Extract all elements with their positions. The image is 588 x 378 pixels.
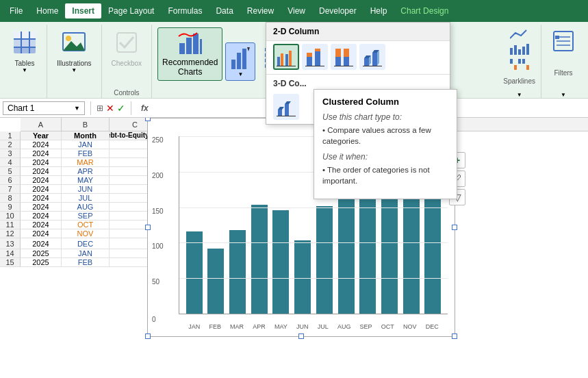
svg-marker-69: [285, 101, 291, 104]
tooltip-use-text: • Compare values across a few categories…: [322, 125, 448, 147]
filters-slicer-button[interactable]: [547, 27, 580, 55]
sparklines-line-button[interactable]: [507, 27, 532, 41]
sparklines-winloss-button[interactable]: [507, 58, 532, 71]
clustered-column-icon[interactable]: [273, 44, 299, 70]
menu-file[interactable]: File: [3, 3, 29, 18]
cell-b2[interactable]: JAN: [62, 140, 110, 149]
svg-rect-47: [289, 51, 292, 66]
x-label-may: MAY: [274, 323, 287, 330]
svg-rect-52: [315, 49, 320, 51]
fx-label: fx: [137, 103, 153, 113]
chart-2d-icons: [266, 41, 450, 74]
ribbon-group-illustrations: Illustrations ▼: [47, 25, 102, 98]
sparklines-column-button[interactable]: [507, 42, 532, 56]
chart-handle-mr[interactable]: [452, 225, 457, 230]
svg-rect-46: [285, 54, 288, 66]
ribbon-group-controls: Checkbox Controls: [102, 25, 152, 98]
threed-clustered-icon[interactable]: [273, 94, 299, 120]
svg-rect-37: [522, 59, 525, 64]
svg-rect-34: [510, 59, 513, 64]
chart-handle-bl[interactable]: [145, 333, 151, 339]
svg-rect-20: [242, 49, 246, 69]
menu-help[interactable]: Help: [363, 3, 394, 18]
x-label-feb: FEB: [209, 323, 221, 330]
menu-data[interactable]: Data: [209, 3, 240, 18]
filters-dropdown: ▼: [561, 92, 566, 98]
bar-jan: [186, 231, 203, 314]
svg-rect-6: [30, 40, 36, 47]
svg-rect-29: [510, 48, 513, 55]
bar-may: [272, 210, 289, 314]
menu-formulas[interactable]: Formulas: [161, 3, 209, 18]
svg-rect-16: [193, 34, 199, 54]
svg-rect-14: [179, 43, 185, 54]
tables-label: Tables: [15, 60, 35, 67]
cell-b3[interactable]: FEB: [62, 149, 110, 158]
x-label-sep: SEP: [360, 323, 372, 330]
chart-handle-br[interactable]: [452, 333, 457, 339]
svg-rect-17: [200, 39, 202, 54]
tables-dropdown-icon: ▼: [22, 67, 27, 73]
menu-view[interactable]: View: [281, 3, 312, 18]
cancel-icon[interactable]: ✕: [106, 103, 114, 114]
stacked100-column-icon[interactable]: [331, 44, 357, 70]
x-label-oct: OCT: [381, 323, 394, 330]
x-label-mar: MAR: [230, 323, 244, 330]
svg-rect-30: [514, 45, 517, 55]
tooltip-use-section: Use this chart type to:: [322, 112, 448, 122]
chart-handle-tl[interactable]: [145, 118, 151, 121]
svg-rect-4: [14, 40, 21, 47]
x-label-nov: NOV: [403, 323, 417, 330]
menu-home[interactable]: Home: [29, 3, 65, 18]
tooltip-when-section: Use it when:: [322, 152, 448, 162]
svg-point-11: [66, 36, 71, 41]
y-label-0: 0: [152, 316, 156, 323]
menu-developer[interactable]: Developer: [312, 3, 363, 18]
sheet-area: A B C D J K 1 Year Month Debt-to-Equity …: [0, 118, 588, 378]
menu-review[interactable]: Review: [240, 3, 281, 18]
illustrations-button[interactable]: Illustrations ▼: [53, 27, 96, 76]
stacked-column-icon[interactable]: [302, 44, 328, 70]
svg-rect-2: [22, 32, 29, 38]
svg-rect-36: [518, 59, 521, 64]
menu-insert[interactable]: Insert: [65, 3, 101, 18]
svg-rect-18: [231, 60, 235, 69]
svg-rect-57: [344, 49, 349, 57]
x-label-jul: JUL: [318, 323, 329, 330]
svg-rect-8: [22, 48, 29, 53]
cell-a1[interactable]: Year: [21, 131, 62, 140]
cell-b1[interactable]: Month: [62, 131, 110, 140]
col-hdr-b[interactable]: B: [62, 118, 110, 131]
svg-rect-33: [526, 44, 529, 55]
menu-pagelayout[interactable]: Page Layout: [101, 3, 161, 18]
svg-rect-5: [22, 40, 29, 47]
menu-chartdesign[interactable]: Chart Design: [394, 3, 455, 18]
y-label-100: 100: [152, 242, 164, 250]
svg-rect-19: [237, 53, 241, 69]
checkbox-label: Checkbox: [112, 60, 142, 67]
svg-rect-48: [277, 66, 296, 66]
illustrations-label: Illustrations: [57, 60, 92, 67]
threed-column-icon[interactable]: [359, 44, 385, 70]
svg-rect-50: [307, 53, 312, 57]
bar-oct: [381, 192, 398, 314]
cell-a3[interactable]: 2024: [21, 149, 62, 158]
y-label-150: 150: [152, 207, 164, 215]
name-box-dropdown[interactable]: ▼: [74, 105, 80, 112]
chart-handle-ml[interactable]: [145, 225, 151, 230]
chart-tooltip: Clustered Column Use this chart type to:…: [314, 89, 457, 199]
recommended-charts-button[interactable]: RecommendedCharts: [157, 27, 222, 81]
tables-button[interactable]: Tables ▼: [8, 27, 41, 76]
bar-jul: [316, 206, 333, 314]
col-hdr-a[interactable]: A: [21, 118, 62, 131]
confirm-icon[interactable]: ✓: [117, 103, 125, 114]
formula-bar-more-icon[interactable]: ⊞: [97, 103, 103, 113]
chart-handle-bm[interactable]: [298, 333, 304, 339]
name-box[interactable]: Chart 1 ▼: [3, 101, 85, 115]
name-box-value: Chart 1: [8, 103, 34, 113]
cell-a2[interactable]: 2024: [21, 140, 62, 149]
checkbox-button: Checkbox: [107, 27, 146, 70]
column-chart-button[interactable]: ▼: [225, 42, 255, 81]
svg-rect-53: [305, 66, 324, 66]
chart-dropdown-header: 2-D Column: [266, 23, 450, 41]
